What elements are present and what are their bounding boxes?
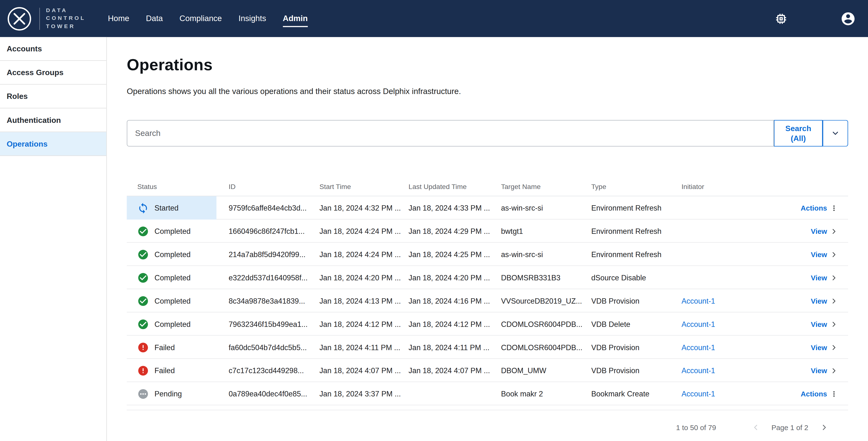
- action-cell: View View: [748, 273, 848, 281]
- initiator-link[interactable]: Account-1: [681, 320, 715, 328]
- nav-item-data[interactable]: Data: [146, 10, 163, 27]
- operation-type: Environment Refresh: [591, 227, 681, 235]
- chevron-right-icon: [830, 320, 838, 328]
- dct-logo-icon: [6, 5, 33, 32]
- sync-icon: [137, 202, 149, 214]
- chevron-right-icon: [830, 297, 838, 305]
- view-button[interactable]: View: [811, 320, 838, 328]
- sidebar-item-accounts[interactable]: Accounts: [0, 37, 106, 61]
- previous-page-button[interactable]: [747, 423, 764, 432]
- search-scope-dropdown[interactable]: [823, 120, 848, 146]
- status-label: Completed: [155, 320, 191, 328]
- status-cell: Started: [127, 196, 229, 219]
- view-button-label: View: [811, 273, 827, 281]
- initiator-link[interactable]: Account-1: [681, 297, 715, 305]
- nav-item-admin[interactable]: Admin: [283, 10, 308, 27]
- status-icon: [137, 225, 149, 237]
- action-cell: View View: [748, 343, 848, 351]
- table-row: Pending 0a789ea40dec4f0e85... Jan 18, 20…: [127, 382, 848, 405]
- sidebar-item-operations[interactable]: Operations: [0, 132, 106, 156]
- nav-item-compliance[interactable]: Compliance: [180, 10, 222, 27]
- table-row: Completed 8c34a9878e3a41839... Jan 18, 2…: [127, 289, 848, 312]
- status-label: Completed: [155, 227, 191, 235]
- search-input[interactable]: [127, 120, 774, 146]
- column-header-id: ID: [228, 183, 319, 191]
- account-avatar-icon[interactable]: [840, 11, 856, 26]
- view-button-label: View: [811, 366, 827, 375]
- sidebar-item-access-groups[interactable]: Access Groups: [0, 61, 106, 84]
- last-updated-time: Jan 18, 2024 4:12 PM ...: [408, 320, 501, 328]
- check-circle-icon: [137, 318, 149, 330]
- view-button[interactable]: View: [811, 297, 838, 305]
- status-cell: Completed: [127, 312, 229, 336]
- target-name: DBOMSRB331B3: [501, 273, 591, 281]
- app-window: DATA CONTROL TOWER Home Data Compliance …: [0, 0, 868, 441]
- initiator-link[interactable]: Account-1: [681, 389, 715, 398]
- target-name: DBOM_UMW: [501, 366, 591, 375]
- sidebar-item-label: Access Groups: [6, 68, 63, 77]
- last-updated-time: Jan 18, 2024 4:16 PM ...: [408, 297, 501, 305]
- column-header-initiator: Initiator: [681, 183, 748, 191]
- view-button-label: View: [811, 227, 827, 235]
- initiator-link[interactable]: Account-1: [681, 343, 715, 351]
- status-label: Started: [155, 204, 179, 212]
- action-cell: Actions Actions: [748, 204, 848, 212]
- action-cell: View View: [748, 320, 848, 328]
- target-name: VVSourceDB2019_UZ...: [501, 297, 591, 305]
- operation-type: VDB Provision: [591, 297, 681, 305]
- table-row: Failed fa60dc504b7d4dc5b5... Jan 18, 202…: [127, 336, 848, 359]
- sidebar-item-roles[interactable]: Roles: [0, 84, 106, 108]
- actions-button-label: Actions: [801, 204, 827, 212]
- status-label: Completed: [155, 250, 191, 259]
- status-cell: Completed: [127, 243, 229, 266]
- settings-chip-icon[interactable]: [775, 12, 788, 25]
- operation-id: e322dd537d1640958f...: [228, 273, 319, 281]
- view-button-label: View: [811, 297, 827, 305]
- pagination-page-label: Page 1 of 2: [771, 423, 808, 432]
- view-button[interactable]: View: [811, 227, 838, 235]
- actions-button[interactable]: Actions: [801, 204, 838, 212]
- status-label: Completed: [155, 273, 191, 281]
- table-bottom-border: [127, 405, 848, 410]
- action-cell: View View: [748, 366, 848, 375]
- status-icon: [137, 295, 149, 307]
- chevron-right-icon: [830, 273, 838, 281]
- nav-item-insights[interactable]: Insights: [239, 10, 266, 27]
- chevron-right-icon: [830, 227, 838, 235]
- status-cell: Completed: [127, 289, 229, 312]
- status-cell: Failed: [127, 359, 229, 382]
- operation-id: 214a7ab8f5d9420f99...: [228, 250, 319, 259]
- status-cell: Failed: [127, 336, 229, 359]
- last-updated-time: Jan 18, 2024 4:25 PM ...: [408, 250, 501, 259]
- chevron-right-icon: [830, 250, 838, 259]
- search-all-button[interactable]: Search (All): [774, 120, 823, 146]
- column-header-last-updated: Last Updated Time: [408, 183, 501, 191]
- last-updated-time: Jan 18, 2024 4:29 PM ...: [408, 227, 501, 235]
- error-icon: [137, 365, 149, 376]
- admin-sidebar: Accounts Access Groups Roles Authenticat…: [0, 37, 107, 441]
- nav-item-home[interactable]: Home: [108, 10, 129, 27]
- view-button[interactable]: View: [811, 366, 838, 375]
- column-header-start-time: Start Time: [319, 183, 408, 191]
- view-button[interactable]: View: [811, 250, 838, 259]
- target-name: CDOMLOSR6004PDB...: [501, 320, 591, 328]
- actions-button[interactable]: Actions: [801, 389, 838, 398]
- sidebar-item-label: Authentication: [6, 115, 61, 125]
- kebab-menu-icon: [830, 204, 838, 212]
- view-button[interactable]: View: [811, 343, 838, 351]
- status-label: Pending: [155, 389, 182, 398]
- operation-id: 0a789ea40dec4f0e85...: [228, 389, 319, 398]
- start-time: Jan 18, 2024 4:07 PM ...: [319, 366, 408, 375]
- logo-divider: [39, 7, 40, 30]
- operation-id: c7c17c123cd449298...: [228, 366, 319, 375]
- view-button[interactable]: View: [811, 273, 838, 281]
- page-title: Operations: [127, 56, 848, 74]
- next-page-button[interactable]: [816, 423, 833, 432]
- brand-line: CONTROL: [46, 14, 86, 23]
- status-icon: [137, 318, 149, 330]
- status-icon: [137, 272, 149, 283]
- initiator-link[interactable]: Account-1: [681, 366, 715, 375]
- action-cell: Actions Actions: [748, 389, 848, 398]
- sidebar-item-authentication[interactable]: Authentication: [0, 108, 106, 132]
- topbar-icons: [775, 11, 868, 26]
